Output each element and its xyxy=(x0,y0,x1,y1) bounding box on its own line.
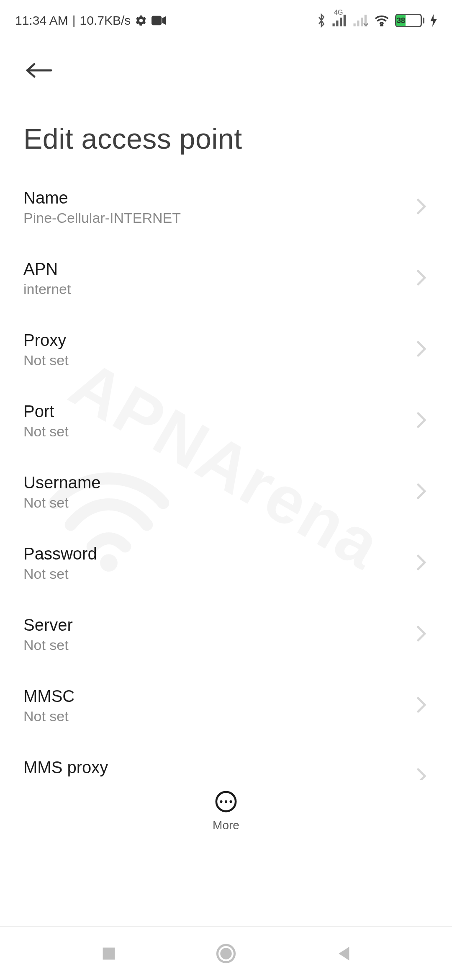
battery-percent: 38 xyxy=(397,16,405,25)
status-time: 11:34 AM xyxy=(15,13,68,28)
svg-rect-16 xyxy=(103,947,115,959)
row-name[interactable]: Name Pine-Cellular-INTERNET xyxy=(0,172,452,243)
chevron-right-icon xyxy=(416,554,427,573)
nav-back-button[interactable] xyxy=(331,941,356,966)
chevron-right-icon xyxy=(416,269,427,288)
row-label: Username xyxy=(23,473,101,492)
svg-rect-0 xyxy=(152,16,162,26)
more-icon xyxy=(215,790,237,815)
signal-none-icon xyxy=(353,15,368,26)
row-server[interactable]: Server Not set xyxy=(0,599,452,670)
status-left: 11:34 AM | 10.7KB/s xyxy=(15,13,166,28)
row-value: Pine-Cellular-INTERNET xyxy=(23,210,181,226)
gear-icon xyxy=(135,14,147,27)
row-username[interactable]: Username Not set xyxy=(0,456,452,528)
svg-point-18 xyxy=(220,948,231,959)
svg-rect-4 xyxy=(344,15,346,26)
status-sep: | xyxy=(72,13,76,28)
row-label: MMS proxy xyxy=(23,758,108,777)
row-label: Password xyxy=(23,544,97,563)
chevron-right-icon xyxy=(416,412,427,430)
bottom-toolbar: More xyxy=(0,780,452,843)
wifi-icon xyxy=(374,15,389,26)
row-value: Not set xyxy=(23,637,73,653)
svg-point-13 xyxy=(220,800,222,803)
svg-rect-6 xyxy=(357,21,359,26)
settings-list: Name Pine-Cellular-INTERNET APN internet… xyxy=(0,172,452,812)
system-nav-bar xyxy=(0,926,452,980)
square-icon xyxy=(101,946,116,961)
svg-point-9 xyxy=(381,25,383,26)
page-title: Edit access point xyxy=(0,90,452,172)
row-proxy[interactable]: Proxy Not set xyxy=(0,314,452,385)
row-port[interactable]: Port Not set xyxy=(0,385,452,456)
bluetooth-icon xyxy=(316,13,326,28)
chevron-right-icon xyxy=(416,340,427,359)
svg-point-15 xyxy=(229,800,232,803)
row-label: Proxy xyxy=(23,331,69,350)
more-button[interactable]: More xyxy=(213,790,239,832)
network-badge: 4G xyxy=(334,9,343,16)
row-label: Port xyxy=(23,402,69,421)
svg-rect-5 xyxy=(354,23,356,26)
more-label: More xyxy=(213,819,239,832)
svg-rect-7 xyxy=(361,18,363,26)
chevron-right-icon xyxy=(416,483,427,501)
row-value: internet xyxy=(23,281,71,297)
row-apn[interactable]: APN internet xyxy=(0,243,452,314)
row-value: Not set xyxy=(23,566,97,582)
battery-icon: 38 xyxy=(395,14,424,27)
app-header xyxy=(0,34,452,90)
chevron-right-icon xyxy=(416,198,427,217)
row-label: Name xyxy=(23,188,181,207)
row-value: Not set xyxy=(23,708,74,725)
svg-rect-2 xyxy=(336,21,338,26)
back-button[interactable] xyxy=(23,55,54,85)
status-speed: 10.7KB/s xyxy=(80,13,131,28)
row-label: MMSC xyxy=(23,687,74,706)
svg-rect-3 xyxy=(340,18,342,26)
row-value: Not set xyxy=(23,352,69,369)
row-value: Not set xyxy=(23,495,101,511)
svg-point-14 xyxy=(225,800,227,803)
status-bar: 11:34 AM | 10.7KB/s 4G 38 xyxy=(0,0,452,34)
row-mmsc[interactable]: MMSC Not set xyxy=(0,670,452,741)
row-value: Not set xyxy=(23,423,69,440)
nav-recent-button[interactable] xyxy=(96,941,121,966)
status-right: 4G 38 xyxy=(316,13,437,28)
charging-icon xyxy=(430,14,437,27)
row-label: APN xyxy=(23,260,71,279)
triangle-left-icon xyxy=(336,945,351,962)
signal-4g-icon: 4G xyxy=(332,15,347,26)
arrow-left-icon xyxy=(24,62,53,79)
row-label: Server xyxy=(23,616,73,634)
row-password[interactable]: Password Not set xyxy=(0,528,452,599)
svg-rect-1 xyxy=(333,23,335,26)
nav-home-button[interactable] xyxy=(213,941,239,966)
chevron-right-icon xyxy=(416,625,427,644)
chevron-right-icon xyxy=(416,696,427,715)
circle-icon xyxy=(216,944,236,964)
video-icon xyxy=(152,15,166,26)
